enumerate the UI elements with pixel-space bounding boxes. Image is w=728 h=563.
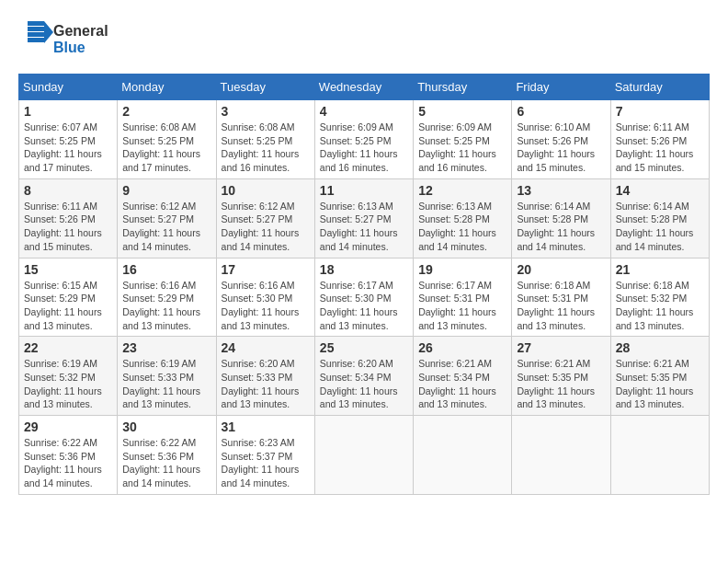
day-info: Sunrise: 6:21 AM Sunset: 5:35 PM Dayligh… <box>517 357 605 411</box>
calendar-cell: 28Sunrise: 6:21 AM Sunset: 5:35 PM Dayli… <box>610 337 709 416</box>
weekday-tuesday: Tuesday <box>216 75 314 100</box>
day-info: Sunrise: 6:19 AM Sunset: 5:32 PM Dayligh… <box>24 357 112 411</box>
day-info: Sunrise: 6:09 AM Sunset: 5:25 PM Dayligh… <box>418 121 506 175</box>
logo: General Blue <box>18 14 138 64</box>
svg-text:General: General <box>53 23 108 39</box>
calendar-week-3: 15Sunrise: 6:15 AM Sunset: 5:29 PM Dayli… <box>19 258 710 337</box>
day-info: Sunrise: 6:07 AM Sunset: 5:25 PM Dayligh… <box>24 121 112 175</box>
day-info: Sunrise: 6:11 AM Sunset: 5:26 PM Dayligh… <box>24 200 112 254</box>
svg-text:Blue: Blue <box>53 40 85 55</box>
calendar-cell: 17Sunrise: 6:16 AM Sunset: 5:30 PM Dayli… <box>216 258 314 337</box>
day-info: Sunrise: 6:16 AM Sunset: 5:30 PM Dayligh… <box>222 279 310 333</box>
header: General Blue <box>18 14 710 64</box>
calendar-week-2: 8Sunrise: 6:11 AM Sunset: 5:26 PM Daylig… <box>19 178 710 258</box>
day-info: Sunrise: 6:18 AM Sunset: 5:31 PM Dayligh… <box>517 279 605 333</box>
day-info: Sunrise: 6:21 AM Sunset: 5:35 PM Dayligh… <box>616 357 704 411</box>
day-info: Sunrise: 6:23 AM Sunset: 5:37 PM Dayligh… <box>222 436 310 490</box>
calendar-cell: 13Sunrise: 6:14 AM Sunset: 5:28 PM Dayli… <box>512 178 610 258</box>
day-info: Sunrise: 6:22 AM Sunset: 5:36 PM Dayligh… <box>24 436 112 490</box>
calendar-week-1: 1Sunrise: 6:07 AM Sunset: 5:25 PM Daylig… <box>19 100 710 179</box>
day-number: 30 <box>122 419 210 434</box>
day-number: 21 <box>616 262 704 277</box>
calendar-cell: 30Sunrise: 6:22 AM Sunset: 5:36 PM Dayli… <box>118 416 216 495</box>
svg-rect-3 <box>28 21 44 26</box>
day-number: 1 <box>24 104 112 119</box>
day-info: Sunrise: 6:20 AM Sunset: 5:34 PM Dayligh… <box>320 357 408 411</box>
calendar-cell: 21Sunrise: 6:18 AM Sunset: 5:32 PM Dayli… <box>610 258 709 337</box>
day-info: Sunrise: 6:21 AM Sunset: 5:34 PM Dayligh… <box>418 357 506 411</box>
calendar-cell: 3Sunrise: 6:08 AM Sunset: 5:25 PM Daylig… <box>216 100 314 179</box>
day-info: Sunrise: 6:15 AM Sunset: 5:29 PM Dayligh… <box>24 279 112 333</box>
calendar-cell: 4Sunrise: 6:09 AM Sunset: 5:25 PM Daylig… <box>314 100 413 179</box>
day-info: Sunrise: 6:13 AM Sunset: 5:28 PM Dayligh… <box>418 200 506 254</box>
day-info: Sunrise: 6:09 AM Sunset: 5:25 PM Dayligh… <box>320 121 408 175</box>
day-number: 18 <box>320 262 408 277</box>
day-info: Sunrise: 6:12 AM Sunset: 5:27 PM Dayligh… <box>122 200 210 254</box>
day-number: 17 <box>222 262 310 277</box>
calendar-cell: 6Sunrise: 6:10 AM Sunset: 5:26 PM Daylig… <box>512 100 610 179</box>
day-info: Sunrise: 6:22 AM Sunset: 5:36 PM Dayligh… <box>122 436 210 490</box>
calendar-cell: 18Sunrise: 6:17 AM Sunset: 5:30 PM Dayli… <box>314 258 413 337</box>
day-number: 27 <box>517 340 605 355</box>
calendar-cell: 22Sunrise: 6:19 AM Sunset: 5:32 PM Dayli… <box>19 337 118 416</box>
calendar-cell <box>610 416 709 495</box>
day-number: 10 <box>222 183 310 198</box>
calendar-cell: 26Sunrise: 6:21 AM Sunset: 5:34 PM Dayli… <box>414 337 512 416</box>
calendar-cell: 19Sunrise: 6:17 AM Sunset: 5:31 PM Dayli… <box>414 258 512 337</box>
calendar-cell: 11Sunrise: 6:13 AM Sunset: 5:27 PM Dayli… <box>314 178 413 258</box>
calendar-cell: 14Sunrise: 6:14 AM Sunset: 5:28 PM Dayli… <box>610 178 709 258</box>
calendar-cell: 29Sunrise: 6:22 AM Sunset: 5:36 PM Dayli… <box>19 416 118 495</box>
calendar-cell <box>314 416 413 495</box>
calendar-cell <box>512 416 610 495</box>
weekday-thursday: Thursday <box>414 75 512 100</box>
calendar-cell <box>414 416 512 495</box>
day-number: 25 <box>320 340 408 355</box>
calendar-cell: 12Sunrise: 6:13 AM Sunset: 5:28 PM Dayli… <box>414 178 512 258</box>
calendar-cell: 2Sunrise: 6:08 AM Sunset: 5:25 PM Daylig… <box>118 100 216 179</box>
day-number: 23 <box>122 340 210 355</box>
day-number: 13 <box>517 183 605 198</box>
weekday-header-row: SundayMondayTuesdayWednesdayThursdayFrid… <box>19 75 710 100</box>
svg-rect-6 <box>28 38 44 42</box>
day-info: Sunrise: 6:13 AM Sunset: 5:27 PM Dayligh… <box>320 200 408 254</box>
calendar-cell: 24Sunrise: 6:20 AM Sunset: 5:33 PM Dayli… <box>216 337 314 416</box>
day-number: 11 <box>320 183 408 198</box>
calendar-cell: 15Sunrise: 6:15 AM Sunset: 5:29 PM Dayli… <box>19 258 118 337</box>
day-number: 8 <box>24 183 112 198</box>
day-number: 2 <box>122 104 210 119</box>
calendar-cell: 8Sunrise: 6:11 AM Sunset: 5:26 PM Daylig… <box>19 178 118 258</box>
day-number: 15 <box>24 262 112 277</box>
day-number: 20 <box>517 262 605 277</box>
day-number: 28 <box>616 340 704 355</box>
day-info: Sunrise: 6:18 AM Sunset: 5:32 PM Dayligh… <box>616 279 704 333</box>
day-number: 9 <box>122 183 210 198</box>
calendar-cell: 16Sunrise: 6:16 AM Sunset: 5:29 PM Dayli… <box>118 258 216 337</box>
day-info: Sunrise: 6:17 AM Sunset: 5:30 PM Dayligh… <box>320 279 408 333</box>
day-number: 24 <box>222 340 310 355</box>
day-info: Sunrise: 6:14 AM Sunset: 5:28 PM Dayligh… <box>616 200 704 254</box>
calendar-table: SundayMondayTuesdayWednesdayThursdayFrid… <box>18 74 710 495</box>
calendar-cell: 27Sunrise: 6:21 AM Sunset: 5:35 PM Dayli… <box>512 337 610 416</box>
svg-rect-4 <box>28 27 44 31</box>
day-number: 31 <box>222 419 310 434</box>
day-number: 7 <box>616 104 704 119</box>
day-number: 26 <box>418 340 506 355</box>
calendar-cell: 10Sunrise: 6:12 AM Sunset: 5:27 PM Dayli… <box>216 178 314 258</box>
calendar-cell: 25Sunrise: 6:20 AM Sunset: 5:34 PM Dayli… <box>314 337 413 416</box>
day-info: Sunrise: 6:08 AM Sunset: 5:25 PM Dayligh… <box>122 121 210 175</box>
day-number: 19 <box>418 262 506 277</box>
day-info: Sunrise: 6:11 AM Sunset: 5:26 PM Dayligh… <box>616 121 704 175</box>
weekday-wednesday: Wednesday <box>314 75 413 100</box>
calendar-week-4: 22Sunrise: 6:19 AM Sunset: 5:32 PM Dayli… <box>19 337 710 416</box>
day-info: Sunrise: 6:19 AM Sunset: 5:33 PM Dayligh… <box>122 357 210 411</box>
day-number: 22 <box>24 340 112 355</box>
day-info: Sunrise: 6:16 AM Sunset: 5:29 PM Dayligh… <box>122 279 210 333</box>
weekday-saturday: Saturday <box>610 75 709 100</box>
day-number: 16 <box>122 262 210 277</box>
day-info: Sunrise: 6:10 AM Sunset: 5:26 PM Dayligh… <box>517 121 605 175</box>
calendar-cell: 23Sunrise: 6:19 AM Sunset: 5:33 PM Dayli… <box>118 337 216 416</box>
calendar-cell: 5Sunrise: 6:09 AM Sunset: 5:25 PM Daylig… <box>414 100 512 179</box>
day-number: 3 <box>222 104 310 119</box>
calendar-cell: 31Sunrise: 6:23 AM Sunset: 5:37 PM Dayli… <box>216 416 314 495</box>
day-number: 12 <box>418 183 506 198</box>
